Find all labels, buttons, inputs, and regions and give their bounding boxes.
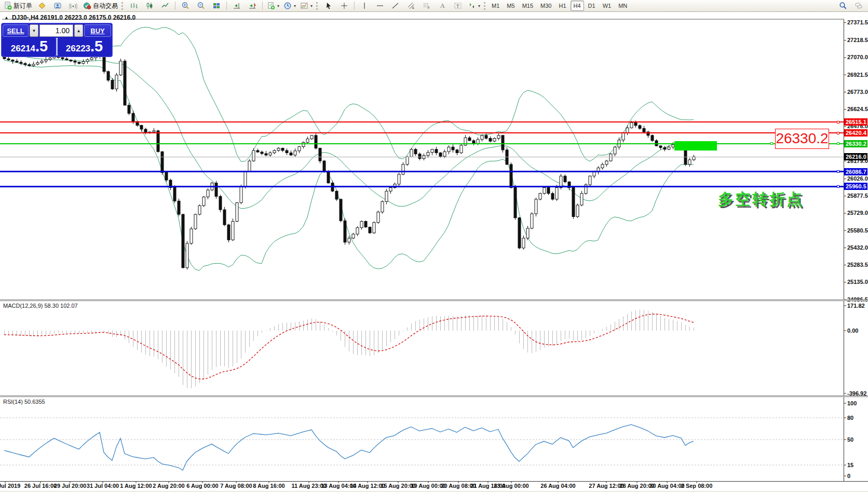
buy-price[interactable]: 26223.5 — [58, 38, 111, 56]
hline-annotation[interactable] — [0, 171, 844, 172]
new-chart-button[interactable]: ▾ — [265, 0, 281, 11]
text-button[interactable]: A — [435, 0, 450, 11]
turning-point-note[interactable]: 多空转折点 — [718, 189, 804, 210]
new-chart-caret-icon: ▾ — [277, 4, 279, 8]
search-button[interactable] — [835, 0, 851, 11]
main-toolbar: 新订单 自动交易 ▾ ▾ — [0, 0, 868, 12]
timeframe-button-m15[interactable]: M15 — [519, 1, 536, 11]
chart-profile-button[interactable] — [34, 0, 50, 11]
auto-scroll-button[interactable] — [229, 0, 245, 11]
signals-button[interactable] — [65, 0, 81, 11]
timeframe-button-m5[interactable]: M5 — [504, 1, 518, 11]
line-chart-button[interactable] — [157, 0, 173, 11]
price-tick-label: 25283.5 — [847, 262, 868, 268]
timeframe-button-h1[interactable]: H1 — [555, 1, 569, 11]
tile-windows-button[interactable] — [209, 0, 224, 11]
toolbar-drag-handle[interactable] — [316, 2, 319, 10]
templates-icon — [300, 2, 308, 10]
price-tick-label: 25877.5 — [847, 193, 868, 199]
indicator-tick-label: 80 — [847, 415, 853, 421]
volume-up-button[interactable]: ▲ — [74, 24, 83, 37]
zoom-in-button[interactable] — [178, 0, 193, 11]
axis-price-tag: 26330.2 — [844, 140, 867, 147]
symbol-ohlc-text: DJ30-,H4 26191.0 26223.0 26175.0 26216.0 — [12, 14, 135, 21]
indicator-tick-label: 0.00 — [847, 327, 858, 334]
sell-price[interactable]: 26214.5 — [3, 38, 56, 56]
autotrading-icon — [83, 2, 91, 10]
support-zone-rectangle[interactable] — [674, 141, 717, 151]
hline-handle[interactable] — [770, 142, 773, 145]
time-axis-label: 25 Jul 2019 — [0, 483, 20, 489]
zoom-out-button[interactable] — [193, 0, 209, 11]
time-axis-label: 27 Aug 12:00 — [589, 483, 623, 489]
clock-icon — [283, 2, 292, 10]
autotrading-label: 自动交易 — [93, 2, 118, 10]
toolbar-drag-handle[interactable] — [484, 2, 487, 10]
hline-handle[interactable] — [837, 142, 839, 145]
text-label-icon: T — [454, 2, 462, 10]
zoom-in-icon — [181, 2, 189, 10]
equidistant-channel-button[interactable]: E — [403, 0, 419, 11]
rsi-pane-splitter[interactable] — [0, 395, 868, 397]
svg-text:A: A — [440, 2, 445, 9]
vertical-line-button[interactable] — [357, 0, 372, 11]
macd-layer — [4, 310, 694, 389]
fibonacci-button[interactable]: F — [419, 0, 435, 11]
vertical-line-icon — [360, 2, 369, 10]
hline-annotation[interactable] — [0, 157, 844, 157]
time-axis-label: 1 Aug 12:00 — [120, 483, 152, 489]
bar-chart-button[interactable] — [126, 0, 142, 11]
templates-button[interactable]: ▾ — [298, 0, 315, 11]
indicator-tick-label: 50 — [847, 436, 853, 443]
timeframe-button-m30[interactable]: M30 — [537, 1, 554, 11]
crosshair-icon — [340, 2, 348, 10]
arrows-caret-icon: ▾ — [478, 4, 480, 8]
trendline-button[interactable] — [388, 0, 403, 11]
rsi-layer — [0, 418, 844, 470]
crosshair-button[interactable] — [336, 0, 352, 11]
hline-annotation[interactable] — [0, 132, 844, 133]
hline-handle[interactable] — [837, 121, 839, 124]
volume-down-button[interactable]: ▼ — [30, 24, 38, 37]
timeframe-button-h4[interactable]: H4 — [571, 1, 584, 11]
timeframe-button-d1[interactable]: D1 — [585, 1, 599, 11]
hline-annotation[interactable] — [0, 186, 844, 187]
chat-button[interactable] — [851, 0, 866, 11]
price-callout-label[interactable]: 26330.2 — [775, 129, 829, 149]
hline-handle[interactable] — [837, 170, 839, 173]
chart-canvas[interactable] — [0, 0, 868, 492]
market-watch-button[interactable] — [50, 0, 65, 11]
fibonacci-icon: F — [423, 2, 431, 10]
chart-shift-button[interactable] — [245, 0, 260, 11]
collapse-panel-icon[interactable]: ▲ — [4, 15, 9, 20]
tile-windows-icon — [212, 2, 221, 10]
time-axis-label: 30 Aug 04:00 — [649, 483, 684, 489]
bar-chart-icon — [130, 2, 138, 10]
sell-button[interactable]: SELL — [3, 24, 29, 37]
text-label-button[interactable]: T — [450, 0, 466, 11]
bollinger-bands-layer — [4, 27, 694, 270]
new-order-button[interactable]: 新订单 — [2, 0, 34, 11]
cursor-icon — [324, 2, 333, 10]
timeframe-button-mn[interactable]: MN — [615, 1, 630, 11]
svg-text:E: E — [412, 6, 414, 9]
hline-annotation[interactable] — [0, 121, 844, 122]
candlestick-chart-button[interactable] — [142, 0, 157, 11]
horizontal-line-button[interactable] — [372, 0, 388, 11]
timeframe-button-w1[interactable]: W1 — [600, 1, 615, 11]
autotrading-button[interactable]: 自动交易 — [81, 0, 120, 11]
volume-input[interactable]: 1.00 — [39, 24, 73, 37]
channel-icon: E — [407, 2, 415, 10]
toolbar-drag-handle[interactable] — [121, 2, 125, 10]
timeframe-button-m1[interactable]: M1 — [489, 1, 503, 11]
buy-button[interactable]: BUY — [84, 24, 111, 37]
time-axis-label: 31 Jul 04:00 — [87, 483, 119, 489]
hline-handle[interactable] — [837, 185, 839, 188]
cursor-button[interactable] — [321, 0, 336, 11]
hline-handle[interactable] — [837, 132, 839, 134]
arrows-button[interactable]: ▾ — [466, 0, 482, 11]
axis-price-tag: 26216.0 — [844, 153, 867, 160]
periods-button[interactable]: ▾ — [281, 0, 298, 11]
macd-pane-splitter[interactable] — [0, 299, 868, 301]
hline-annotation[interactable] — [0, 143, 844, 144]
